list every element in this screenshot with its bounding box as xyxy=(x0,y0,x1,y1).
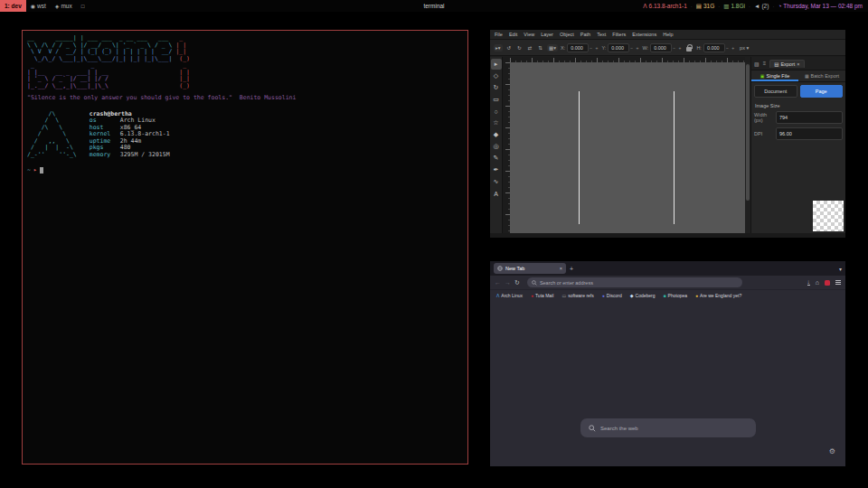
field-stepper[interactable]: − + xyxy=(673,45,682,51)
new-tab-button[interactable]: + xyxy=(570,266,573,272)
lock-ratio-icon[interactable] xyxy=(686,47,692,52)
menu-filters[interactable]: Filters xyxy=(612,32,626,37)
menu-edit[interactable]: Edit xyxy=(509,32,517,37)
bookmark-favicon: ■ xyxy=(664,293,666,298)
ellipse-tool[interactable]: ○ xyxy=(491,106,502,117)
selector-options-dropdown[interactable]: ▸▾ xyxy=(494,44,503,52)
menu-text[interactable]: Text xyxy=(597,32,606,37)
navigation-bar: ← → ↻ Search or enter address ↓ ⌂ xyxy=(490,276,845,289)
bookmarks-bar: ΛArch Linux●Tuta Mail▭software refs●Disc… xyxy=(490,289,845,300)
subtab-icon: ▣ xyxy=(760,73,765,79)
rectangle-tool[interactable]: ▭ xyxy=(491,94,502,105)
back-button[interactable]: ← xyxy=(495,279,501,286)
workspace-button-1[interactable]: 1: dev xyxy=(0,0,26,12)
scrollbar-thumb[interactable] xyxy=(746,64,750,201)
fetch-label: memory xyxy=(90,152,120,159)
shape-builder-tool[interactable]: ↻ xyxy=(491,82,502,93)
field-stepper[interactable]: − + xyxy=(726,45,735,51)
field-value[interactable]: 0.000 xyxy=(608,43,629,52)
scope-button-document[interactable]: Document xyxy=(754,85,797,98)
bookmark-tuta-mail[interactable]: ●Tuta Mail xyxy=(531,293,553,298)
forward-button[interactable]: → xyxy=(505,279,511,286)
bookmark-label: Discord xyxy=(607,293,622,298)
node-tool[interactable]: ◇ xyxy=(491,70,502,81)
bookmark-photopea[interactable]: ■Photopea xyxy=(664,293,687,298)
kernel-module-text: 6.13.8-arch1-1 xyxy=(649,3,687,9)
downloads-button[interactable]: ↓ xyxy=(807,279,810,286)
shell-prompt[interactable]: ~ ▸ xyxy=(27,167,467,174)
calligraphy-tool[interactable]: ∿ xyxy=(491,176,502,187)
subtab-icon: ▦ xyxy=(805,73,809,79)
spiral-tool[interactable]: ◎ xyxy=(491,141,502,152)
field-stepper[interactable]: − + xyxy=(590,45,599,51)
workspace-button-3[interactable]: ◈mux xyxy=(51,0,77,12)
menu-button[interactable] xyxy=(835,280,841,285)
fill-stroke-panel-icon[interactable]: ▨ xyxy=(754,61,760,67)
home-button[interactable]: ⌂ xyxy=(816,279,819,286)
selector-tool[interactable]: ▸ xyxy=(491,59,502,70)
menu-view[interactable]: View xyxy=(524,32,534,37)
coord-field-h: H:0.000− + xyxy=(696,43,735,52)
export-field-input[interactable]: 794 xyxy=(776,111,843,124)
url-bar[interactable]: Search or enter address xyxy=(527,277,742,287)
image-size-section-label: Image Size xyxy=(751,100,845,109)
workspace-button-2[interactable]: ◉wst xyxy=(26,0,51,12)
layers-panel-icon[interactable]: ≡ xyxy=(763,61,767,66)
star-tool[interactable]: ☆ xyxy=(491,117,502,128)
field-value[interactable]: 0.000 xyxy=(650,43,672,52)
field-value[interactable]: 0.000 xyxy=(703,43,725,52)
close-icon[interactable]: × xyxy=(797,61,799,67)
box3d-tool[interactable]: ◆ xyxy=(491,129,502,140)
export-tab-label: Export xyxy=(780,61,795,67)
menu-file[interactable]: File xyxy=(495,32,503,37)
menu-extensions[interactable]: Extensions xyxy=(632,32,656,37)
units-dropdown[interactable]: px ▾ xyxy=(738,44,750,52)
snap-options-dropdown[interactable]: ▦▾ xyxy=(547,44,558,52)
pencil-tool[interactable]: ✎ xyxy=(491,153,502,164)
inkscape-canvas[interactable] xyxy=(510,62,745,233)
bookmark-codeberg[interactable]: ◆Codeberg xyxy=(630,293,656,298)
menu-layer[interactable]: Layer xyxy=(541,32,553,37)
adblock-extension-icon[interactable] xyxy=(825,280,830,286)
field-label: Y: xyxy=(601,45,606,51)
clock-module-text: Thursday, Mar 13 — 02:48 pm xyxy=(783,3,863,9)
export-preview-thumbnail xyxy=(813,201,844,231)
workspace-button-4[interactable]: □ xyxy=(77,0,90,12)
transform-action-icon-3[interactable]: ⇅ xyxy=(536,44,544,52)
text-tool[interactable]: A xyxy=(491,188,502,199)
export-panel: ▨ ≡ ▤ Export × ▣Single File▦Batch Export… xyxy=(750,57,845,233)
reload-button[interactable]: ↻ xyxy=(514,279,520,286)
menu-object[interactable]: Object xyxy=(560,32,574,37)
menu-path[interactable]: Path xyxy=(580,32,590,37)
export-field-input[interactable]: 96.00 xyxy=(776,127,843,140)
new-tab-page: Search the web ⚙ xyxy=(490,300,845,466)
page-edge-right[interactable] xyxy=(674,91,675,224)
menu-help[interactable]: Help xyxy=(663,32,673,37)
bookmark-discord[interactable]: ●Discord xyxy=(602,293,622,298)
subtab-batch-export[interactable]: ▦Batch Export xyxy=(798,70,845,81)
field-value[interactable]: 0.000 xyxy=(567,43,589,52)
prompt-path: ~ xyxy=(27,167,31,174)
url-placeholder: Search or enter address xyxy=(540,280,593,286)
tab-close-icon[interactable]: × xyxy=(560,266,562,271)
disk-module: ▤31G xyxy=(696,3,714,10)
export-field-row: DPI96.00 xyxy=(751,126,845,142)
tab-list-chevron-icon[interactable]: ▾ xyxy=(839,266,842,272)
transform-action-icon-0[interactable]: ↺ xyxy=(505,44,514,52)
field-stepper[interactable]: − + xyxy=(630,45,639,51)
bookmark-arch-linux[interactable]: ΛArch Linux xyxy=(496,293,523,298)
export-panel-tab[interactable]: ▤ Export × xyxy=(769,60,804,68)
subtab-single-file[interactable]: ▣Single File xyxy=(751,70,798,81)
fetch-rows: osArch Linuxhostx86_64kernel6.13.8-arch1… xyxy=(90,117,170,158)
pen-tool[interactable]: ✒ xyxy=(491,164,502,175)
bookmark-are-we-england-yet-[interactable]: ●Are we England yet? xyxy=(695,293,741,298)
scope-button-page[interactable]: Page xyxy=(800,85,844,98)
transform-action-icon-1[interactable]: ↻ xyxy=(515,44,524,52)
tab-new-tab[interactable]: New Tab × xyxy=(494,263,566,274)
terminal-window[interactable]: __ _____| | ___ ___ _ __ ___ ___ _ \ \ /… xyxy=(22,30,468,465)
transform-action-icon-2[interactable]: ⇄ xyxy=(526,44,534,52)
page-edge-left[interactable] xyxy=(579,91,580,224)
bookmark-software-refs[interactable]: ▭software refs xyxy=(561,293,593,298)
gear-icon[interactable]: ⚙ xyxy=(829,447,835,455)
web-search-box[interactable]: Search the web xyxy=(580,418,756,437)
